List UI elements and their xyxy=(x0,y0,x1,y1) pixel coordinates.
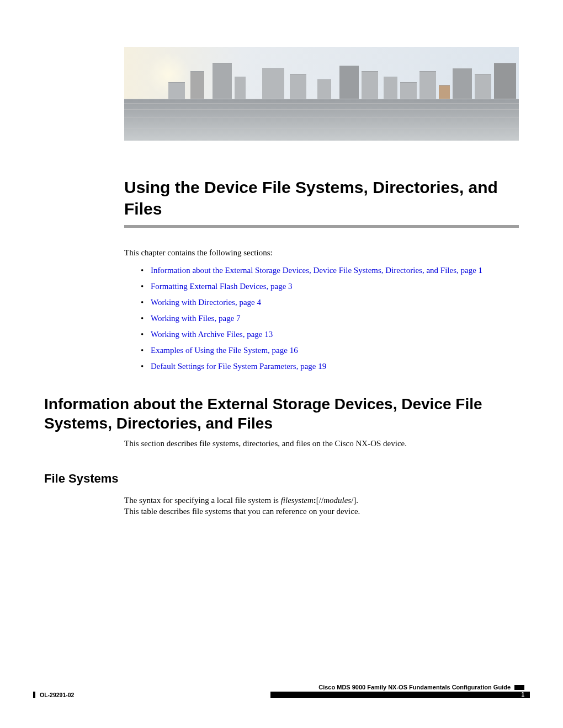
section-heading-info: Information about the External Storage D… xyxy=(44,394,519,433)
subsection-body-filesystems: The syntax for specifying a local file s… xyxy=(124,495,519,517)
toc-item: Working with Archive Files, page 13 xyxy=(141,330,482,339)
toc-item: Working with Files, page 7 xyxy=(141,314,482,323)
footer-guide-title: Cisco MDS 9000 Family NX-OS Fundamentals… xyxy=(318,684,511,690)
toc-link[interactable]: Working with Archive Files, page 13 xyxy=(151,330,273,339)
toc-item: Information about the External Storage D… xyxy=(141,266,482,275)
page-footer: Cisco MDS 9000 Family NX-OS Fundamentals… xyxy=(33,684,530,711)
toc-item: Working with Directories, page 4 xyxy=(141,298,482,307)
toc-item: Examples of Using the File System, page … xyxy=(141,346,482,355)
title-rule xyxy=(124,225,519,228)
section-body-info: This section describes file systems, dir… xyxy=(124,439,519,448)
intro-text: This chapter contains the following sect… xyxy=(124,248,273,258)
footer-bar xyxy=(270,692,530,698)
toc-item: Formatting External Flash Devices, page … xyxy=(141,282,482,291)
toc-link[interactable]: Examples of Using the File System, page … xyxy=(151,346,298,355)
toc-link[interactable]: Working with Directories, page 4 xyxy=(151,298,261,307)
toc-link[interactable]: Information about the External Storage D… xyxy=(151,266,482,275)
footer-page-number: 1 xyxy=(521,692,524,698)
toc-link[interactable]: Default Settings for File System Paramet… xyxy=(151,362,326,371)
table-of-contents: Information about the External Storage D… xyxy=(141,266,482,378)
footer-doc-id: OL-29291-02 xyxy=(40,692,74,698)
toc-link[interactable]: Formatting External Flash Devices, page … xyxy=(151,282,293,291)
chapter-title: Using the Device File Systems, Directori… xyxy=(124,176,519,220)
subsection-heading-filesystems: File Systems xyxy=(44,472,119,486)
footer-left-mark-icon xyxy=(33,692,35,698)
footer-decor-icon xyxy=(514,685,524,690)
toc-item: Default Settings for File System Paramet… xyxy=(141,362,482,371)
banner-image xyxy=(124,47,519,141)
toc-link[interactable]: Working with Files, page 7 xyxy=(151,314,241,323)
